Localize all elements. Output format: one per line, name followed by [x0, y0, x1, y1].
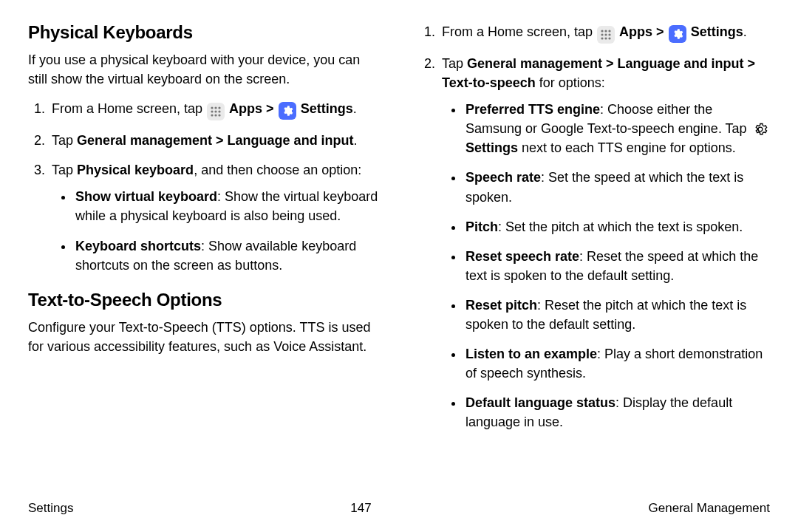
tts-step-1-apps-label: Apps — [619, 24, 652, 39]
opt-pref-text-2: next to each TTS engine for options. — [518, 140, 736, 155]
opt-pitch-label: Pitch — [466, 219, 498, 234]
svg-point-14 — [608, 33, 610, 35]
tts-step-2-pre: Tap — [442, 56, 467, 71]
step-1-settings-label: Settings — [301, 101, 353, 116]
svg-point-8 — [218, 115, 220, 117]
option-show-virtual-keyboard: Show virtual keyboard: Show the virtual … — [74, 187, 380, 225]
option-preferred-tts-engine: Preferred TTS engine: Choose either the … — [464, 100, 770, 157]
option-default-language-status: Default language status: Display the def… — [464, 393, 770, 432]
option-pitch: Pitch: Set the pitch at which the text i… — [464, 217, 770, 236]
footer-page-number: 147 — [350, 501, 371, 516]
intro-tts: Configure your Text-to-Speech (TTS) opti… — [28, 318, 380, 356]
tts-step-2: Tap General management > Language and in… — [439, 54, 770, 432]
step-2-text-post: . — [354, 133, 358, 148]
tts-step-2-post: for options: — [536, 75, 605, 90]
step-2-text-pre: Tap — [52, 133, 77, 148]
steps-tts: From a Home screen, tap Apps > Settings.… — [418, 22, 770, 432]
option-speech-rate: Speech rate: Set the speed at which the … — [464, 168, 770, 206]
chevron-right-icon: > — [266, 101, 274, 116]
option-ks-label: Keyboard shortcuts — [75, 239, 201, 253]
svg-point-0 — [211, 107, 213, 109]
svg-point-13 — [604, 33, 607, 35]
footer-right: General Management — [649, 501, 770, 516]
opt-listen-label: Listen to an example — [466, 347, 597, 361]
opt-rpitch-label: Reset pitch — [466, 298, 537, 313]
footer-left: Settings — [28, 501, 73, 516]
page: Physical Keyboards If you use a physical… — [0, 0, 798, 532]
svg-point-6 — [211, 115, 213, 117]
svg-point-2 — [218, 107, 220, 109]
apps-icon — [597, 26, 615, 44]
steps-physical-keyboards: From a Home screen, tap Apps > Settings.… — [28, 99, 380, 275]
intro-physical-keyboards: If you use a physical keyboard with your… — [28, 50, 380, 89]
heading-physical-keyboards: Physical Keyboards — [28, 22, 380, 43]
option-keyboard-shortcuts: Keyboard shortcuts: Show available keybo… — [74, 236, 380, 275]
opt-rrate-label: Reset speech rate — [466, 249, 579, 264]
svg-point-4 — [214, 111, 216, 113]
tts-step-1-pre: From a Home screen, tap — [442, 24, 596, 39]
opt-rate-label: Speech rate — [466, 170, 541, 185]
step-1: From a Home screen, tap Apps > Settings. — [49, 99, 380, 120]
step-2-bold: General management > Language and input — [77, 133, 354, 148]
option-listen-example: Listen to an example: Play a short demon… — [464, 344, 770, 383]
settings-icon — [669, 25, 686, 43]
settings-icon — [279, 102, 296, 120]
svg-point-9 — [601, 30, 603, 32]
svg-point-16 — [604, 37, 607, 39]
tts-step-1-post: . — [743, 24, 747, 39]
step-3-bold: Physical keyboard — [77, 163, 194, 177]
option-svk-label: Show virtual keyboard — [75, 189, 217, 204]
settings-outline-icon — [751, 120, 769, 138]
svg-point-12 — [601, 33, 603, 35]
step-3-text-post: , and then choose an option: — [194, 163, 361, 177]
svg-point-7 — [214, 115, 216, 117]
opt-pitch-text: : Set the pitch at which the text is spo… — [498, 219, 743, 234]
step-3: Tap Physical keyboard, and then choose a… — [49, 160, 380, 274]
step-3-options: Show virtual keyboard: Show the virtual … — [52, 187, 380, 274]
opt-pref-settings-label: Settings — [466, 140, 518, 155]
svg-point-10 — [604, 30, 607, 32]
left-column: Physical Keyboards If you use a physical… — [28, 22, 380, 494]
svg-point-15 — [601, 37, 603, 39]
svg-point-1 — [214, 107, 216, 109]
apps-icon — [207, 103, 225, 120]
svg-point-17 — [608, 37, 610, 39]
footer: Settings 147 General Management — [28, 494, 770, 532]
opt-pref-label: Preferred TTS engine — [466, 102, 600, 117]
step-2: Tap General management > Language and in… — [49, 131, 380, 150]
svg-point-3 — [211, 111, 213, 113]
step-1-text-pre: From a Home screen, tap — [52, 101, 206, 116]
step-1-apps-label: Apps — [229, 101, 262, 116]
option-reset-speech-rate: Reset speech rate: Reset the speed at wh… — [464, 247, 770, 285]
step-3-text-pre: Tap — [52, 163, 77, 177]
tts-step-1-settings-label: Settings — [691, 24, 743, 39]
columns: Physical Keyboards If you use a physical… — [28, 22, 770, 494]
svg-point-5 — [218, 111, 220, 113]
option-reset-pitch: Reset pitch: Reset the pitch at which th… — [464, 296, 770, 334]
chevron-right-icon: > — [656, 24, 664, 39]
heading-tts-options: Text-to-Speech Options — [28, 290, 380, 310]
step-1-text-post: . — [353, 101, 357, 116]
tts-step-1: From a Home screen, tap Apps > Settings. — [439, 22, 770, 44]
opt-lang-label: Default language status — [466, 395, 615, 410]
right-column: From a Home screen, tap Apps > Settings.… — [418, 22, 770, 494]
tts-options: Preferred TTS engine: Choose either the … — [442, 100, 770, 432]
svg-point-11 — [608, 30, 610, 32]
